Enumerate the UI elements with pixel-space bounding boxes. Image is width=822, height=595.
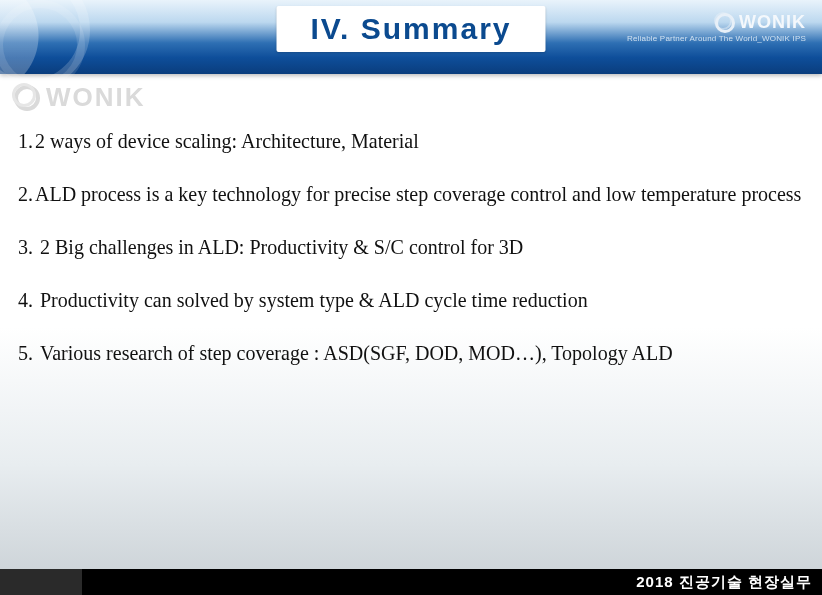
item-text: 2 Big challenges in ALD: Productivity & … [40, 234, 804, 261]
list-item: 1. 2 ways of device scaling: Architectur… [18, 128, 804, 155]
brand-block: WONIK Reliable Partner Around The World_… [627, 12, 806, 43]
brand-logo: WONIK [627, 12, 806, 33]
brand-ring-icon [715, 13, 735, 33]
header-band: IV. Summary WONIK Reliable Partner Aroun… [0, 0, 822, 74]
item-text: Various research of step coverage : ASD(… [40, 340, 804, 367]
item-number: 5. [18, 340, 35, 367]
item-text: 2 ways of device scaling: Architecture, … [35, 128, 804, 155]
title-box: IV. Summary [277, 6, 546, 52]
watermark-logo: WONIK [14, 82, 146, 113]
item-number: 2. [18, 181, 35, 208]
watermark-ring-icon [14, 85, 40, 111]
header-decoration [0, 0, 120, 140]
item-number: 4. [18, 287, 35, 314]
footer-text: 2018 진공기술 현장실무 [636, 573, 812, 592]
footer-left-cap [0, 569, 82, 595]
watermark-brand-name: WONIK [46, 82, 146, 113]
item-text: ALD process is a key technology for prec… [35, 181, 804, 208]
list-item: 4. Productivity can solved by system typ… [18, 287, 804, 314]
list-item: 2. ALD process is a key technology for p… [18, 181, 804, 208]
slide-title: IV. Summary [311, 12, 512, 46]
brand-tagline: Reliable Partner Around The World_WONIK … [627, 34, 806, 43]
item-text: Productivity can solved by system type &… [40, 287, 804, 314]
brand-name: WONIK [739, 12, 806, 33]
list-item: 5. Various research of step coverage : A… [18, 340, 804, 367]
item-number: 1. [18, 128, 35, 155]
footer-bar: 2018 진공기술 현장실무 [0, 569, 822, 595]
item-number: 3. [18, 234, 35, 261]
slide-root: IV. Summary WONIK Reliable Partner Aroun… [0, 0, 822, 595]
summary-list: 1. 2 ways of device scaling: Architectur… [18, 128, 804, 393]
list-item: 3. 2 Big challenges in ALD: Productivity… [18, 234, 804, 261]
